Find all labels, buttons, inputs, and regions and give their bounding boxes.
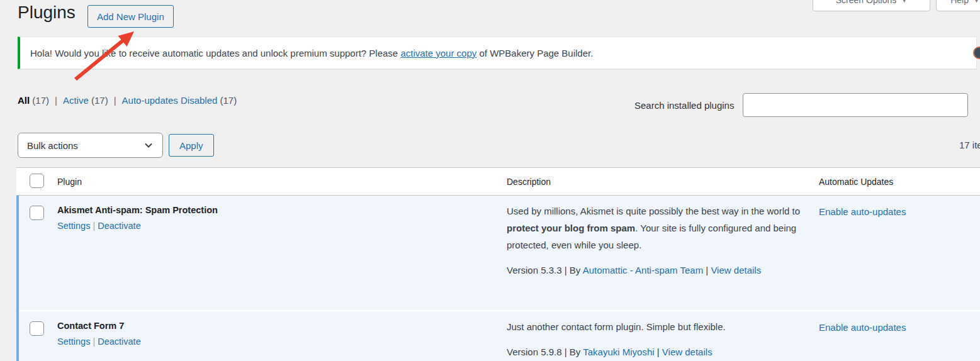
chevron-down-icon: ▼ [901, 0, 907, 5]
enable-auto-updates-link[interactable]: Enable auto-updates [819, 206, 906, 217]
plugin-name: Akismet Anti-spam: Spam Protection [57, 205, 500, 215]
search-input[interactable] [743, 93, 968, 117]
plugin-name: Contact Form 7 [57, 321, 500, 331]
chevron-down-icon: ▼ [974, 0, 979, 5]
chevron-down-icon [144, 140, 154, 150]
item-count: 17 items [959, 140, 980, 150]
settings-link[interactable]: Settings [57, 336, 90, 347]
filter-active[interactable]: Active (17) [63, 95, 108, 106]
view-details-link[interactable]: View details [662, 347, 712, 357]
action-separator: | [93, 336, 95, 347]
search-label: Search installed plugins [634, 100, 734, 111]
plugin-description: Just another contact form plugin. Simple… [507, 318, 812, 335]
filter-all[interactable]: All (17) [18, 95, 49, 106]
activate-copy-link[interactable]: activate your copy [400, 48, 476, 58]
action-separator: | [93, 221, 95, 231]
deactivate-link[interactable]: Deactivate [98, 336, 141, 347]
screen-options-button[interactable]: Screen Options ▼ [813, 0, 930, 11]
search-area: Search installed plugins [634, 93, 968, 117]
plugin-meta: Version 5.9.8 | By Takayuki Miyoshi | Vi… [507, 343, 784, 360]
plugin-description: Used by millions, Akismet is quite possi… [507, 203, 812, 253]
enable-auto-updates-link[interactable]: Enable auto-updates [819, 322, 906, 333]
plugin-status-filters: All (17) | Active (17) | Auto-updates Di… [18, 95, 237, 106]
filter-autoupdates-disabled[interactable]: Auto-updates Disabled (17) [122, 95, 237, 106]
help-label: Help [950, 0, 969, 5]
bulk-actions-value: Bulk actions [27, 140, 78, 151]
table-header-row: Plugin Description Automatic Updates [16, 167, 980, 196]
add-new-plugin-button[interactable]: Add New Plugin [87, 5, 174, 28]
row-checkbox[interactable] [30, 206, 44, 220]
settings-link[interactable]: Settings [57, 221, 90, 231]
help-button[interactable]: Help ▼ [936, 0, 980, 11]
activation-notice: Hola! Would you like to receive automati… [18, 36, 977, 69]
screen-options-label: Screen Options [836, 0, 897, 5]
column-header-auto-updates: Automatic Updates [812, 177, 980, 187]
column-header-plugin: Plugin [57, 177, 507, 187]
select-all-checkbox[interactable] [30, 174, 44, 188]
table-row: Contact Form 7 Settings|Deactivate Just … [16, 310, 980, 361]
table-row: Akismet Anti-spam: Spam Protection Setti… [16, 196, 980, 310]
author-link[interactable]: Automattic - Anti-spam Team [583, 265, 703, 275]
view-details-link[interactable]: View details [711, 265, 761, 275]
apply-button[interactable]: Apply [169, 134, 214, 157]
bulk-actions-select[interactable]: Bulk actions [18, 133, 163, 158]
filter-separator: | [55, 95, 57, 106]
deactivate-link[interactable]: Deactivate [98, 221, 141, 231]
filter-separator: | [114, 95, 116, 106]
notice-text: Hola! Would you like to receive automati… [30, 48, 593, 58]
column-header-description: Description [507, 177, 812, 187]
row-checkbox[interactable] [30, 321, 44, 336]
plugin-meta: Version 5.3.3 | By Automattic - Anti-spa… [507, 262, 784, 279]
author-link[interactable]: Takayuki Miyoshi [583, 347, 654, 357]
page-title: Plugins [18, 3, 76, 23]
plugins-table: Plugin Description Automatic Updates Aki… [16, 167, 980, 361]
